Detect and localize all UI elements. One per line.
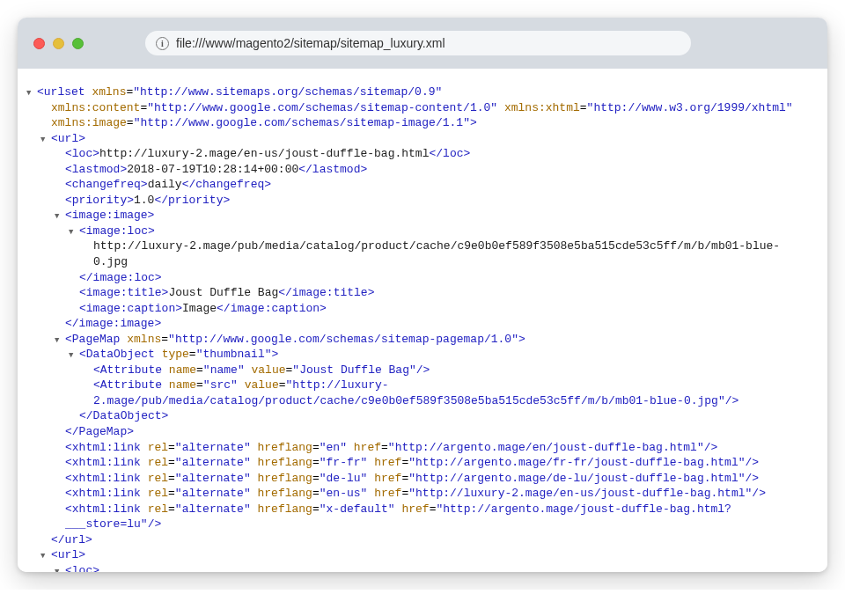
changefreq-1: <changefreq>daily</changefreq> [37, 177, 808, 193]
urlset-xmlns-content: xmlns:content="http://www.google.com/sch… [37, 100, 808, 116]
xhtml-link-2: <xhtml:link rel="alternate" hreflang="fr… [37, 455, 808, 471]
pagemap-open[interactable]: <PageMap xmlns="http://www.google.com/sc… [37, 332, 808, 348]
xhtml-link-4: <xhtml:link rel="alternate" hreflang="en… [37, 486, 808, 502]
attribute-src-2: 2.mage/pub/media/catalog/product/cache/c… [37, 393, 808, 409]
pagemap-close: </PageMap> [37, 424, 808, 440]
xhtml-link-5a: <xhtml:link rel="alternate" hreflang="x-… [37, 502, 808, 517]
priority-1: <priority>1.0</priority> [37, 193, 808, 209]
url-open-2[interactable]: <url> [37, 547, 808, 563]
urlset-open[interactable]: <urlset xmlns="http://www.sitemaps.org/s… [37, 84, 808, 100]
loc-1: <loc>http://luxury-2.mage/en-us/joust-du… [37, 146, 808, 162]
image-caption: <image:caption>Image</image:caption> [37, 301, 808, 317]
minimize-icon[interactable] [53, 38, 64, 49]
xhtml-link-5b: ___store=lu"/> [37, 517, 808, 532]
image-title: <image:title>Joust Duffle Bag</image:tit… [37, 285, 808, 301]
attribute-src-1: <Attribute name="src" value="http://luxu… [37, 378, 808, 393]
dataobject-open[interactable]: <DataObject type="thumbnail"> [37, 347, 808, 363]
address-bar[interactable]: i file:///www/magento2/sitemap/sitemap_l… [145, 31, 691, 55]
dataobject-close: </DataObject> [37, 408, 808, 424]
image-loc-close: </image:loc> [37, 270, 808, 286]
maximize-icon[interactable] [72, 38, 84, 49]
image-loc-text-2: 0.jpg [37, 254, 808, 270]
lastmod-1: <lastmod>2018-07-19T10:28:14+00:00</last… [37, 162, 808, 178]
urlset-xmlns-image: xmlns:image="http://www.google.com/schem… [37, 115, 808, 131]
xhtml-link-1: <xhtml:link rel="alternate" hreflang="en… [37, 440, 808, 456]
image-close: </image:image> [37, 316, 808, 332]
url-close-1: </url> [37, 532, 808, 548]
loc-open-2[interactable]: <loc> [37, 563, 808, 572]
address-url: file:///www/magento2/sitemap/sitemap_lux… [176, 36, 445, 50]
close-icon[interactable] [33, 38, 45, 49]
attribute-name: <Attribute name="name" value="Joust Duff… [37, 363, 808, 378]
image-loc-open[interactable]: <image:loc> [37, 224, 808, 239]
titlebar: i file:///www/magento2/sitemap/sitemap_l… [18, 18, 827, 69]
url-open-1[interactable]: <url> [37, 131, 808, 147]
window-controls [33, 38, 84, 49]
browser-window: i file:///www/magento2/sitemap/sitemap_l… [18, 18, 827, 572]
info-icon: i [156, 37, 169, 50]
image-open[interactable]: <image:image> [37, 208, 808, 224]
image-loc-text-1: http://luxury-2.mage/pub/media/catalog/p… [37, 238, 808, 254]
xhtml-link-3: <xhtml:link rel="alternate" hreflang="de… [37, 471, 808, 487]
xml-viewer: <urlset xmlns="http://www.sitemaps.org/s… [18, 69, 827, 572]
